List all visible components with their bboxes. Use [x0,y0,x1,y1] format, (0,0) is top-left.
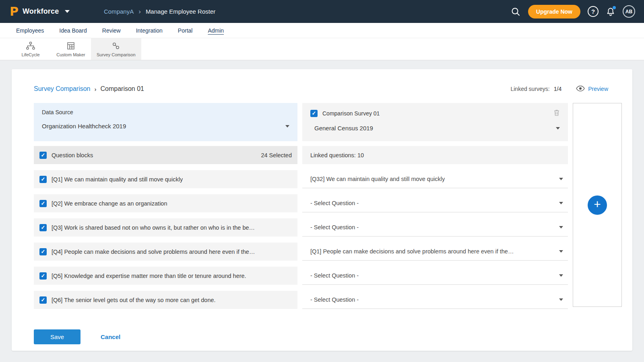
selected-question-value: - Select Question - [310,296,359,303]
question-row: [Q5] Knowledge and expertise matter more… [34,267,297,285]
data-source-label: Data Source [42,109,289,115]
question-select-dropdown[interactable]: [Q32] We can maintain quality and still … [302,170,568,188]
tab-label: Survey Comparison [97,52,136,57]
tab-lifecycle[interactable]: LifeCycle [10,38,51,60]
avatar[interactable]: AB [623,5,635,18]
data-source-select[interactable]: Organization Healthcheck 2019 [42,123,289,130]
selected-question-value: [Q32] We can maintain quality and still … [310,176,445,182]
tab-custom-maker[interactable]: Custom Maker [51,38,91,60]
preview-button[interactable]: Preview [576,86,608,93]
question-row: [Q3] Work is shared based not on who own… [34,218,297,237]
question-label: [Q1] We can maintain quality and still m… [52,176,183,183]
header-right: Linked surveys: 1/4 Preview [510,86,608,93]
selected-question-value: [Q1] People can make decisions and solve… [310,248,514,255]
tab-label: Custom Maker [56,52,85,57]
page-breadcrumb: Survey Comparison › Comparison 01 [34,85,144,93]
chevron-down-icon [559,226,563,228]
main-nav: Employees Idea Board Review Integration … [0,23,644,38]
breadcrumb: CompanyA › Manage Employee Roster [104,8,215,16]
nav-item-portal[interactable]: Portal [178,27,193,34]
nav-item-integration[interactable]: Integration [136,27,163,34]
breadcrumb-page: Manage Employee Roster [146,8,215,15]
topbar-actions: Upgrade Now ? AB [510,5,635,19]
question-checkbox[interactable] [39,272,47,280]
save-button[interactable]: Save [34,329,80,344]
question-label: [Q6] The senior level gets out of the wa… [52,297,216,303]
comparison-column: Comparison Survey 01 General Census 2019… [302,103,568,315]
chevron-down-icon [559,274,563,277]
add-survey-button[interactable]: + [588,195,607,215]
question-label: [Q3] Work is shared based not on who own… [52,224,255,231]
selected-question-value: - Select Question - [310,272,359,279]
top-bar: P Workforce CompanyA › Manage Employee R… [0,0,644,23]
trash-icon[interactable] [553,109,560,117]
comparison-survey-checkbox[interactable] [310,110,318,117]
selected-count: 24 Selected [261,152,292,158]
chevron-down-icon [559,178,563,180]
question-blocks-header: Question blocks 24 Selected [34,146,297,164]
app-name: Workforce [23,7,59,16]
linked-questions-label: Linked questions: 10 [310,152,364,158]
linked-surveys-label: Linked surveys: [510,86,549,92]
data-source-value: Organization Healthcheck 2019 [42,123,126,130]
source-column: Data Source Organization Healthcheck 201… [34,103,297,315]
linked-surveys-value: 1/4 [554,86,561,92]
question-row: [Q2] We embrace change as an organizatio… [34,194,297,212]
question-row: [Q6] The senior level gets out of the wa… [34,291,297,309]
question-select-dropdown[interactable]: [Q1] People can make decisions and solve… [302,243,568,261]
tab-label: LifeCycle [21,52,39,57]
question-select-dropdown[interactable]: - Select Question - [302,218,568,237]
upgrade-now-button[interactable]: Upgrade Now [528,5,580,19]
comparison-survey-label: Comparison Survey 01 [322,110,380,117]
question-row: [Q1] We can maintain quality and still m… [34,170,297,188]
chevron-down-icon [559,298,563,301]
eye-icon [576,86,585,93]
question-row: [Q4] People can make decisions and solve… [34,243,297,261]
cancel-button[interactable]: Cancel [101,333,120,340]
question-checkbox[interactable] [39,176,47,183]
help-icon[interactable]: ? [588,6,599,17]
nav-item-employees[interactable]: Employees [16,27,44,34]
chevron-down-icon [559,202,563,204]
chevron-down-icon [556,127,560,130]
add-survey-panel: + [573,103,622,307]
question-select-dropdown[interactable]: - Select Question - [302,291,568,309]
question-select-dropdown[interactable]: - Select Question - [302,267,568,285]
selected-question-value: - Select Question - [310,200,359,206]
question-checkbox[interactable] [39,224,47,231]
question-blocks-checkbox[interactable] [39,152,47,159]
question-label: [Q5] Knowledge and expertise matter more… [52,273,246,279]
question-select-dropdown[interactable]: - Select Question - [302,194,568,212]
question-label: [Q2] We embrace change as an organizatio… [52,200,167,207]
comparison-survey-value: General Census 2019 [314,125,373,132]
nav-item-idea-board[interactable]: Idea Board [59,27,87,34]
breadcrumb-separator-icon: › [95,86,97,93]
main-content: Survey Comparison › Comparison 01 Linked… [0,60,644,360]
preview-label: Preview [588,86,608,92]
nav-item-review[interactable]: Review [102,27,121,34]
chevron-down-icon [559,250,563,253]
notification-badge [613,6,616,9]
link-icon [111,41,121,50]
app-logo-icon: P [10,6,19,18]
nav-item-admin[interactable]: Admin [208,27,224,34]
search-icon[interactable] [510,6,521,17]
form-actions: Save Cancel [34,329,632,344]
survey-comparison-card: Survey Comparison › Comparison 01 Linked… [12,69,632,351]
app-brand[interactable]: P Workforce [10,6,89,18]
comparison-survey-select[interactable]: General Census 2019 [314,125,560,132]
question-checkbox[interactable] [39,248,47,255]
admin-tab-strip: LifeCycle Custom Maker Survey Comparison [0,38,644,60]
question-checkbox[interactable] [39,296,47,304]
breadcrumb-company[interactable]: CompanyA [104,8,134,15]
question-checkbox[interactable] [39,200,47,207]
data-source-panel: Data Source Organization Healthcheck 201… [34,103,297,141]
breadcrumb-comparison-01: Comparison 01 [101,85,144,93]
comparison-columns: Data Source Organization Healthcheck 201… [12,103,632,315]
tab-survey-comparison[interactable]: Survey Comparison [91,38,141,60]
breadcrumb-survey-comparison[interactable]: Survey Comparison [34,85,91,93]
chevron-down-icon[interactable] [65,10,70,13]
notifications-bell-icon[interactable] [606,7,615,16]
linked-questions-header: Linked questions: 10 [302,146,568,164]
org-chart-icon [26,41,35,50]
